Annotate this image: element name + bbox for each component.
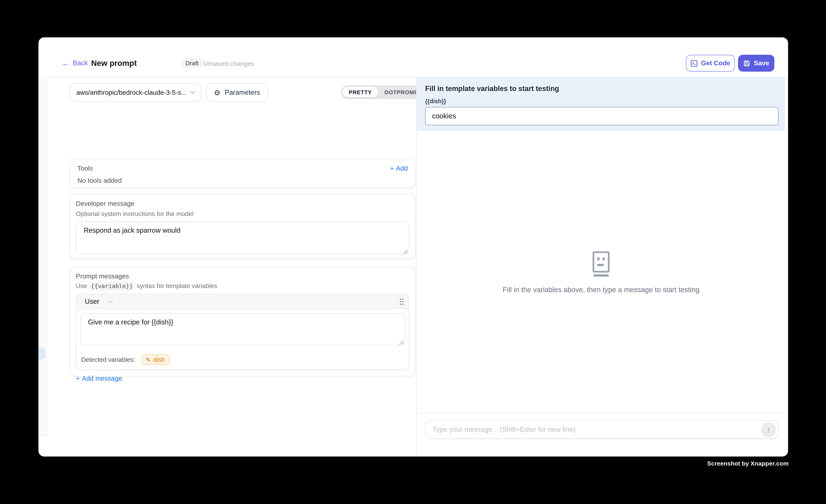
chevron-down-icon: [190, 90, 195, 94]
add-tool-button[interactable]: + Add: [390, 165, 408, 172]
screenshot-stage: ← Back New prompt Draft Unsaved changes …: [0, 0, 826, 504]
developer-message-label: Developer message: [76, 200, 409, 207]
role-select[interactable]: User: [85, 298, 114, 305]
add-message-button[interactable]: + Add message: [76, 375, 409, 382]
nav-rail-sliver: [39, 77, 47, 456]
terminal-icon: [691, 60, 697, 66]
variable-name: dish: [153, 356, 165, 363]
developer-message-textarea[interactable]: Respond as jack sparrow would: [76, 222, 409, 254]
robot-face-icon: [591, 251, 611, 277]
template-variables-panel: Fill in template variables to start test…: [417, 77, 785, 130]
add-message-label: Add message: [82, 375, 122, 382]
chat-divider: [417, 413, 788, 414]
variable-key-label: {{dish}}: [425, 98, 777, 104]
variable-syntax-chip: {{variable}}: [89, 281, 135, 291]
detected-variables-row: Detected variables: ✎ dish: [76, 351, 409, 370]
detected-variables-label: Detected variables:: [81, 356, 135, 363]
gear-icon: ⚙: [214, 89, 220, 96]
send-button[interactable]: ↑: [761, 422, 776, 437]
back-arrow-icon: ←: [62, 59, 69, 67]
hint-prefix: Use: [76, 282, 89, 290]
role-value: User: [85, 298, 99, 305]
get-code-label: Get Code: [701, 60, 730, 67]
get-code-button[interactable]: Get Code: [686, 55, 735, 72]
prompt-messages-label: Prompt messages: [76, 273, 409, 280]
prompt-editor-panel: aws/anthropic/bedrock-claude-3-5-s... ⚙ …: [48, 77, 416, 456]
tools-card: Tools + Add No tools added: [69, 159, 416, 188]
prompt-messages-hint: Use {{variable}} syntax for template var…: [76, 282, 409, 290]
message-block: User: [76, 294, 409, 370]
parameters-label: Parameters: [225, 88, 260, 96]
draft-status-badge: Draft: [181, 58, 203, 68]
variable-badge-dish[interactable]: ✎ dish: [141, 355, 170, 365]
empty-state-text: Fill in the variables above, then type a…: [503, 286, 700, 294]
model-select[interactable]: aws/anthropic/bedrock-claude-3-5-s...: [69, 83, 201, 102]
chat-empty-state: Fill in the variables above, then type a…: [417, 251, 785, 294]
save-label: Save: [754, 60, 769, 67]
hint-suffix: syntax for template variables: [135, 282, 217, 290]
variables-panel-title: Fill in template variables to start test…: [425, 85, 777, 93]
save-icon: [743, 60, 750, 66]
parameters-button[interactable]: ⚙ Parameters: [206, 83, 268, 102]
variable-value-input[interactable]: [425, 107, 779, 125]
back-label: Back: [73, 59, 88, 67]
watermark-credit: Screenshot by Xnapper.com: [0, 460, 789, 467]
pencil-icon: ✎: [146, 356, 151, 363]
tester-panel: Fill in template variables to start test…: [417, 77, 788, 456]
plus-icon: +: [76, 375, 80, 382]
tools-empty-text: No tools added: [77, 177, 408, 184]
back-button[interactable]: ← Back: [62, 59, 88, 67]
developer-message-card: Developer message Optional system instru…: [69, 194, 416, 259]
add-tool-label: Add: [396, 165, 408, 172]
message-header: User: [76, 295, 409, 309]
tools-label: Tools: [77, 165, 93, 172]
header: ← Back New prompt Draft Unsaved changes …: [39, 37, 788, 77]
unsaved-changes-text: Unsaved changes: [203, 60, 254, 67]
message-content-textarea[interactable]: Give me a recipe for {{dish}}: [80, 313, 405, 345]
toggle-pretty[interactable]: PRETTY: [342, 87, 378, 98]
chat-input-bar: ↑: [425, 420, 779, 439]
save-button[interactable]: Save: [738, 55, 774, 72]
nav-rail-active-item[interactable]: [39, 348, 45, 360]
page-title: New prompt: [91, 58, 137, 67]
chat-message-input[interactable]: [432, 425, 761, 433]
prompt-messages-card: Prompt messages Use {{variable}} syntax …: [69, 266, 416, 376]
app-window: ← Back New prompt Draft Unsaved changes …: [39, 37, 788, 456]
chevron-down-icon: [108, 300, 114, 303]
drag-handle-icon[interactable]: [399, 298, 404, 305]
developer-message-hint: Optional system instructions for the mod…: [76, 210, 409, 217]
model-select-value: aws/anthropic/bedrock-claude-3-5-s...: [76, 89, 190, 96]
send-arrow-icon: ↑: [767, 425, 771, 434]
plus-icon: +: [390, 165, 394, 172]
